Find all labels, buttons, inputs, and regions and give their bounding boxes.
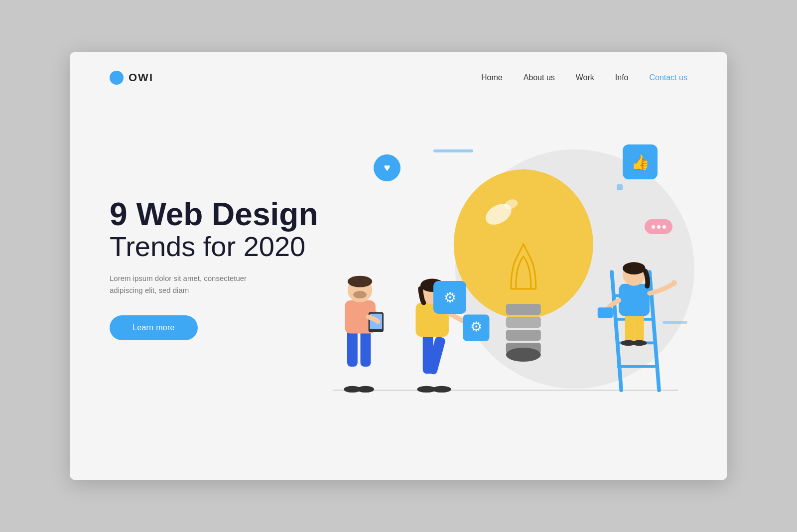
heart-icon: ♥ bbox=[374, 154, 400, 181]
chat-dot-3 bbox=[663, 225, 666, 229]
nav-info[interactable]: Info bbox=[615, 73, 629, 82]
hero-title-bold: 9 Web Design bbox=[110, 198, 319, 231]
nav-home[interactable]: Home bbox=[481, 73, 503, 82]
chat-dot-1 bbox=[652, 225, 655, 229]
svg-text:⚙: ⚙ bbox=[470, 319, 482, 334]
svg-point-43 bbox=[632, 340, 647, 346]
hero-section: 9 Web Design Trends for 2020 Lorem ipsum… bbox=[70, 100, 727, 453]
gear-icon: ⚙ bbox=[433, 281, 466, 314]
svg-point-15 bbox=[353, 291, 367, 298]
thumbs-up-icon: 👍 bbox=[623, 144, 658, 179]
hero-illustration: ♥ 👍 bbox=[319, 115, 687, 423]
learn-more-button[interactable]: Learn more bbox=[110, 315, 198, 340]
header: OWI Home About us Work Info Contact us bbox=[70, 52, 727, 100]
svg-rect-10 bbox=[347, 329, 358, 367]
svg-point-39 bbox=[623, 262, 646, 274]
svg-point-40 bbox=[671, 280, 677, 285]
hero-subtitle: Lorem ipsum dolor sit amet, consectetuer… bbox=[110, 272, 269, 296]
svg-rect-41 bbox=[598, 307, 613, 318]
nav-work[interactable]: Work bbox=[576, 73, 594, 82]
logo-text: OWI bbox=[129, 71, 153, 84]
logo-area: OWI bbox=[110, 71, 153, 85]
hero-left: 9 Web Design Trends for 2020 Lorem ipsum… bbox=[110, 198, 319, 341]
svg-point-19 bbox=[357, 386, 374, 393]
logo-dot-icon bbox=[110, 71, 124, 85]
svg-rect-37 bbox=[619, 284, 650, 316]
people-svg: ⚙ bbox=[319, 244, 687, 413]
deco-square-2 bbox=[617, 184, 623, 190]
chat-dot-2 bbox=[657, 225, 661, 229]
svg-point-28 bbox=[432, 386, 451, 393]
main-nav: Home About us Work Info Contact us bbox=[481, 73, 687, 82]
svg-point-14 bbox=[348, 276, 372, 287]
nav-about[interactable]: About us bbox=[524, 73, 555, 82]
svg-rect-11 bbox=[360, 329, 371, 367]
svg-rect-36 bbox=[635, 312, 644, 343]
nav-contact[interactable]: Contact us bbox=[650, 73, 687, 82]
chat-bubble-icon bbox=[645, 219, 672, 234]
page-wrapper: OWI Home About us Work Info Contact us 9… bbox=[70, 52, 727, 480]
hero-title-normal: Trends for 2020 bbox=[110, 231, 319, 262]
